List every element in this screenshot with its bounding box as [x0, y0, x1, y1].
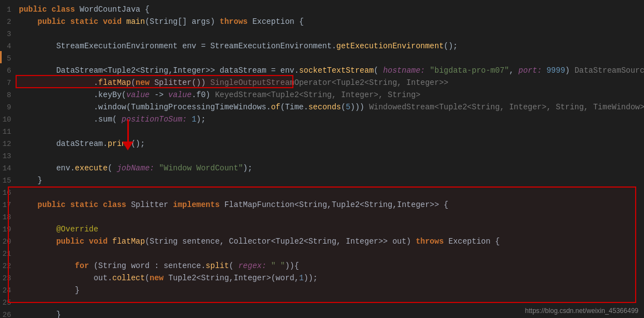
line-number: 12	[0, 140, 17, 148]
code-token	[19, 225, 56, 234]
code-token	[187, 115, 191, 124]
line-content	[17, 127, 644, 136]
code-line: 20 public void flatMap(String sentence, …	[0, 236, 644, 249]
code-token: DataStreamSource<String>	[575, 66, 644, 75]
code-token: throws	[416, 237, 443, 246]
code-token: regex:	[238, 261, 266, 270]
code-token: of	[271, 103, 281, 112]
code-token: new	[136, 78, 149, 87]
line-number: 5	[0, 54, 17, 63]
code-token: )))	[351, 103, 370, 112]
line-content: public class WordCountJava {	[17, 5, 644, 14]
line-content: }	[17, 176, 644, 185]
code-token: new	[149, 274, 163, 282]
line-number: 15	[0, 176, 17, 185]
code-token	[84, 237, 89, 246]
code-token: (	[131, 78, 136, 87]
code-line: 7 .flatMap(new Splitter()) SingleOutputS…	[0, 78, 644, 90]
code-token: Exception {	[444, 237, 500, 246]
code-token: (Time.	[281, 103, 308, 112]
line-content: out.collect(new Tuple2<String,Integer>(w…	[17, 274, 644, 282]
code-token: }	[19, 176, 42, 185]
code-token: )	[565, 66, 575, 75]
line-content: public static void main(String[] args) t…	[17, 17, 644, 26]
code-token: class	[103, 200, 126, 209]
line-number: 22	[0, 262, 17, 270]
code-token: positionToSum:	[122, 115, 187, 124]
code-line: 21	[0, 249, 644, 261]
line-number: 20	[0, 238, 17, 246]
code-token: (	[341, 103, 346, 112]
code-token	[19, 115, 93, 124]
line-number: 1	[0, 6, 17, 14]
code-token: ();	[131, 139, 145, 148]
code-token: public	[38, 17, 66, 26]
code-line: 23 out.collect(new Tuple2<String,Integer…	[0, 273, 644, 285]
code-token	[19, 237, 56, 246]
line-content	[17, 249, 644, 258]
code-token: void	[103, 17, 122, 26]
code-line: 12 dataStream.print();	[0, 139, 644, 151]
line-number: 8	[0, 91, 17, 99]
code-token: value	[168, 90, 192, 99]
line-number: 24	[0, 286, 17, 295]
code-token: env =	[178, 42, 211, 51]
code-token: "bigdata-pro-m07"	[430, 66, 509, 75]
code-token: Splitter	[154, 78, 192, 87]
line-content: env.execute( jobName: "Window WordCount"…	[17, 164, 644, 173]
code-token: String	[140, 66, 168, 75]
line-number: 14	[0, 164, 17, 173]
line-number: 23	[0, 274, 17, 282]
code-token: " "	[271, 261, 285, 270]
code-token: main	[126, 17, 145, 26]
code-token: Splitter	[126, 200, 173, 209]
code-token	[47, 5, 51, 14]
code-line: 24 }	[0, 285, 644, 297]
code-token	[19, 66, 56, 75]
code-token: (	[145, 274, 149, 282]
code-token: (	[374, 66, 383, 75]
code-token	[154, 164, 159, 173]
code-token: ->	[149, 90, 168, 99]
code-token: port:	[518, 66, 542, 75]
code-token	[266, 261, 271, 270]
code-token: <	[103, 66, 107, 75]
code-token: );	[243, 164, 252, 173]
code-line: 22 for (String word : sentence.split( re…	[0, 261, 644, 273]
code-token	[19, 17, 38, 26]
line-number: 11	[0, 128, 17, 136]
code-token	[19, 274, 93, 282]
line-content	[17, 54, 644, 63]
code-token: for	[75, 261, 89, 270]
code-token: )){	[285, 261, 299, 270]
code-token: (String[] args)	[145, 17, 219, 26]
code-line: 8 .keyBy(value -> value.f0) KeyedStream<…	[0, 90, 644, 102]
code-token	[108, 237, 112, 246]
code-token: seconds	[308, 103, 341, 112]
code-token: (String word : sentence.	[89, 261, 206, 270]
line-content	[17, 188, 644, 197]
code-token: >> dataStream = env.	[206, 66, 299, 75]
code-token: .	[108, 274, 112, 282]
code-token: WordCountJava {	[75, 5, 149, 14]
code-token: 5	[346, 103, 350, 112]
line-number: 21	[0, 250, 17, 258]
line-number: 13	[0, 152, 17, 160]
line-content: .window(TumblingProcessingTimeWindows.of…	[17, 103, 644, 112]
line-content: dataStream.print();	[17, 139, 644, 148]
line-number: 6	[0, 67, 17, 75]
code-line: 9 .window(TumblingProcessingTimeWindows.…	[0, 102, 644, 114]
code-token: print	[108, 139, 131, 148]
line-content	[17, 298, 644, 307]
code-token	[19, 139, 56, 148]
code-token: .window(TumblingProcessingTimeWindows.	[93, 103, 271, 112]
code-token: static	[70, 17, 98, 26]
code-token: dataStream	[56, 139, 103, 148]
line-number: 26	[0, 311, 17, 318]
code-editor: 1public class WordCountJava {2 public st…	[0, 0, 644, 318]
code-token: out	[93, 274, 107, 282]
code-token: Integer	[173, 66, 206, 75]
code-token: .	[70, 164, 74, 173]
code-token: .sum(	[93, 115, 121, 124]
line-content: }	[17, 286, 644, 295]
